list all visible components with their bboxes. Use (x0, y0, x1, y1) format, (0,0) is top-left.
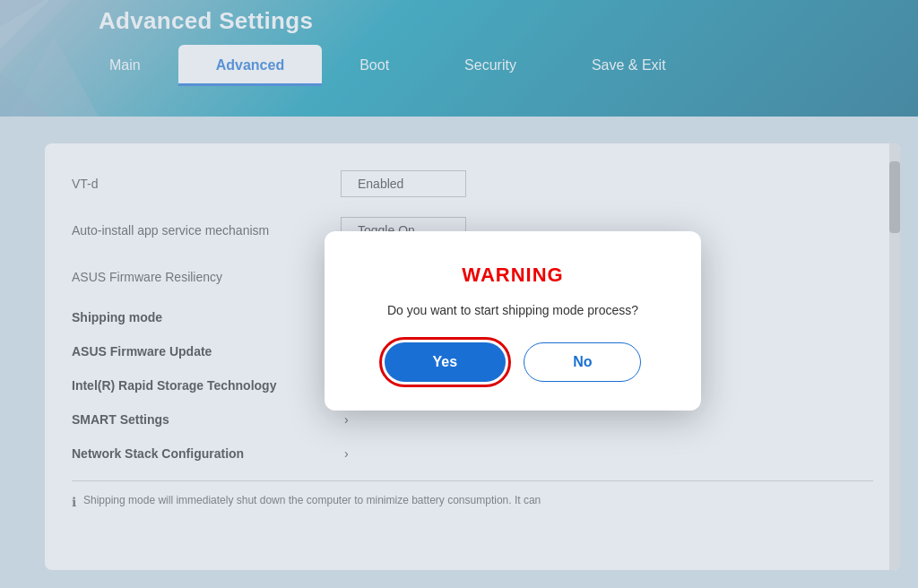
modal-overlay: WARNING Do you want to start shipping mo… (0, 0, 918, 588)
no-button[interactable]: No (524, 342, 641, 382)
yes-button[interactable]: Yes (385, 342, 507, 382)
modal-message: Do you want to start shipping mode proce… (364, 303, 662, 317)
modal-title: WARNING (364, 264, 662, 287)
warning-modal: WARNING Do you want to start shipping mo… (325, 231, 701, 411)
modal-buttons: Yes No (364, 342, 662, 382)
